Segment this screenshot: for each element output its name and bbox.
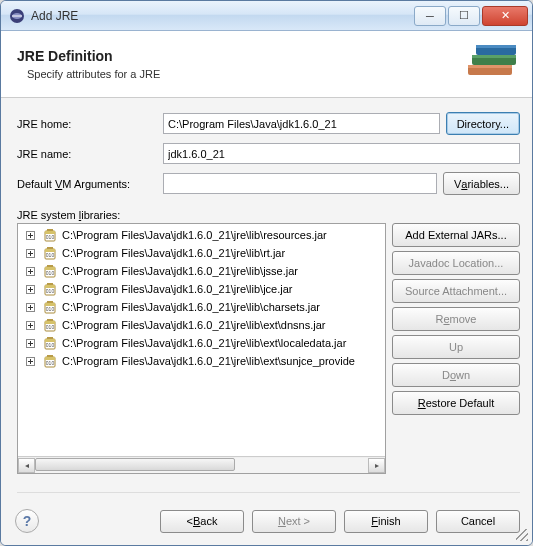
jre-home-label: JRE home: — [17, 118, 157, 130]
titlebar[interactable]: Add JRE ─ ☐ ✕ — [1, 1, 532, 31]
libraries-label: JRE system libraries: — [17, 209, 520, 221]
up-button[interactable]: Up — [392, 335, 520, 359]
expand-icon[interactable] — [22, 335, 38, 351]
expand-icon[interactable] — [22, 227, 38, 243]
jar-icon: 010 — [42, 245, 58, 261]
close-button[interactable]: ✕ — [482, 6, 528, 26]
list-item[interactable]: 010C:\Program Files\Java\jdk1.6.0_21\jre… — [18, 352, 385, 370]
default-vm-args-field[interactable] — [163, 173, 437, 194]
expand-icon[interactable] — [22, 263, 38, 279]
list-item[interactable]: 010C:\Program Files\Java\jdk1.6.0_21\jre… — [18, 280, 385, 298]
svg-rect-5 — [472, 55, 516, 58]
page-title: JRE Definition — [17, 48, 464, 64]
wizard-footer: ? < Back Next > Finish Cancel — [1, 503, 532, 545]
svg-text:010: 010 — [46, 360, 55, 366]
maximize-button[interactable]: ☐ — [448, 6, 480, 26]
scroll-track[interactable] — [35, 458, 368, 473]
svg-rect-7 — [476, 45, 516, 48]
restore-default-button[interactable]: Restore Default — [392, 391, 520, 415]
expand-icon[interactable] — [22, 245, 38, 261]
library-path: C:\Program Files\Java\jdk1.6.0_21\jre\li… — [62, 247, 285, 259]
jar-icon: 010 — [42, 227, 58, 243]
svg-rect-13 — [47, 229, 53, 231]
page-subtitle: Specify attributes for a JRE — [17, 68, 464, 80]
svg-rect-20 — [47, 247, 53, 249]
expand-icon[interactable] — [22, 281, 38, 297]
library-path: C:\Program Files\Java\jdk1.6.0_21\jre\li… — [62, 229, 327, 241]
minimize-button[interactable]: ─ — [414, 6, 446, 26]
libraries-list[interactable]: 010C:\Program Files\Java\jdk1.6.0_21\jre… — [17, 223, 386, 474]
library-path: C:\Program Files\Java\jdk1.6.0_21\jre\li… — [62, 265, 298, 277]
jre-name-field[interactable] — [163, 143, 520, 164]
expand-icon[interactable] — [22, 317, 38, 333]
svg-rect-27 — [47, 265, 53, 267]
jre-name-label: JRE name: — [17, 148, 157, 160]
jar-icon: 010 — [42, 299, 58, 315]
library-path: C:\Program Files\Java\jdk1.6.0_21\jre\li… — [62, 337, 346, 349]
svg-text:010: 010 — [46, 234, 55, 240]
variables-button[interactable]: Variables... — [443, 172, 520, 195]
svg-rect-55 — [47, 337, 53, 339]
default-vm-args-label: Default VM Arguments: — [17, 178, 157, 190]
help-button[interactable]: ? — [15, 509, 39, 533]
next-button[interactable]: Next > — [252, 510, 336, 533]
source-attachment-button[interactable]: Source Attachment... — [392, 279, 520, 303]
scroll-thumb[interactable] — [35, 458, 235, 471]
svg-text:010: 010 — [46, 342, 55, 348]
library-path: C:\Program Files\Java\jdk1.6.0_21\jre\li… — [62, 283, 292, 295]
list-item[interactable]: 010C:\Program Files\Java\jdk1.6.0_21\jre… — [18, 244, 385, 262]
library-path: C:\Program Files\Java\jdk1.6.0_21\jre\li… — [62, 319, 326, 331]
svg-text:010: 010 — [46, 324, 55, 330]
expand-icon[interactable] — [22, 299, 38, 315]
svg-rect-48 — [47, 319, 53, 321]
remove-button[interactable]: Remove — [392, 307, 520, 331]
window-controls: ─ ☐ ✕ — [412, 6, 528, 26]
scroll-left-arrow[interactable]: ◂ — [18, 458, 35, 473]
finish-button[interactable]: Finish — [344, 510, 428, 533]
svg-rect-62 — [47, 355, 53, 357]
jar-icon: 010 — [42, 281, 58, 297]
jar-icon: 010 — [42, 335, 58, 351]
list-item[interactable]: 010C:\Program Files\Java\jdk1.6.0_21\jre… — [18, 316, 385, 334]
wizard-header: JRE Definition Specify attributes for a … — [1, 31, 532, 98]
list-item[interactable]: 010C:\Program Files\Java\jdk1.6.0_21\jre… — [18, 334, 385, 352]
list-item[interactable]: 010C:\Program Files\Java\jdk1.6.0_21\jre… — [18, 226, 385, 244]
svg-rect-34 — [47, 283, 53, 285]
back-button[interactable]: < Back — [160, 510, 244, 533]
library-path: C:\Program Files\Java\jdk1.6.0_21\jre\li… — [62, 301, 320, 313]
expand-icon[interactable] — [22, 353, 38, 369]
svg-text:010: 010 — [46, 288, 55, 294]
scroll-right-arrow[interactable]: ▸ — [368, 458, 385, 473]
svg-text:010: 010 — [46, 252, 55, 258]
separator — [17, 492, 520, 493]
javadoc-location-button[interactable]: Javadoc Location... — [392, 251, 520, 275]
eclipse-icon — [9, 8, 25, 24]
window-title: Add JRE — [31, 9, 412, 23]
resize-grip[interactable] — [516, 529, 528, 541]
svg-text:010: 010 — [46, 270, 55, 276]
directory-button[interactable]: Directory... — [446, 112, 520, 135]
list-item[interactable]: 010C:\Program Files\Java\jdk1.6.0_21\jre… — [18, 262, 385, 280]
svg-text:010: 010 — [46, 306, 55, 312]
horizontal-scrollbar[interactable]: ◂ ▸ — [18, 456, 385, 473]
library-path: C:\Program Files\Java\jdk1.6.0_21\jre\li… — [62, 355, 355, 367]
svg-rect-3 — [468, 65, 512, 68]
list-item[interactable]: 010C:\Program Files\Java\jdk1.6.0_21\jre… — [18, 298, 385, 316]
jar-icon: 010 — [42, 263, 58, 279]
svg-rect-41 — [47, 301, 53, 303]
down-button[interactable]: Down — [392, 363, 520, 387]
jar-icon: 010 — [42, 353, 58, 369]
jre-home-field[interactable] — [163, 113, 440, 134]
library-books-icon — [464, 41, 520, 87]
cancel-button[interactable]: Cancel — [436, 510, 520, 533]
add-external-jars-button[interactable]: Add External JARs... — [392, 223, 520, 247]
dialog-window: Add JRE ─ ☐ ✕ JRE Definition Specify att… — [0, 0, 533, 546]
jar-icon: 010 — [42, 317, 58, 333]
form-area: JRE home: Directory... JRE name: Default… — [1, 98, 532, 503]
